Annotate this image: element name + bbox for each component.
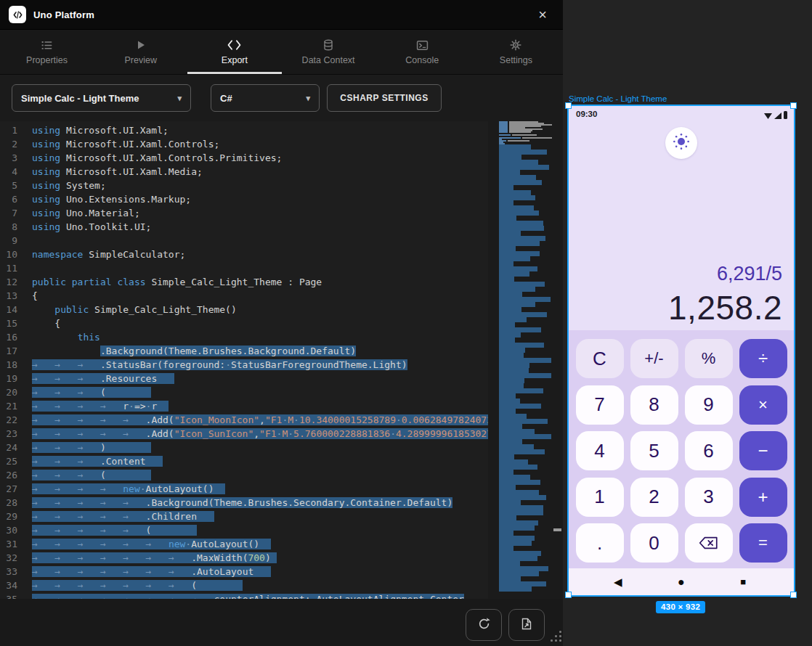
tab-settings[interactable]: Settings bbox=[469, 30, 563, 74]
refresh-icon bbox=[477, 617, 491, 634]
frame-label[interactable]: Simple Calc - Light Theme bbox=[569, 94, 667, 103]
tab-console[interactable]: Console bbox=[375, 30, 469, 74]
code-line: 27→ → → → new·AutoLayout() bbox=[0, 482, 488, 496]
tab-label: Preview bbox=[125, 55, 157, 65]
key-backspace[interactable] bbox=[685, 523, 733, 563]
line-number: 5 bbox=[0, 179, 32, 192]
code-line: 31→ → → → → → new·AutoLayout() bbox=[0, 537, 488, 551]
plugin-titlebar: Uno Platform × bbox=[0, 0, 563, 30]
key-one[interactable]: 1 bbox=[576, 478, 624, 517]
android-navbar: ◀ ● ■ bbox=[569, 568, 794, 595]
line-number: 30 bbox=[0, 523, 32, 537]
scrollbar-marker[interactable] bbox=[553, 528, 561, 531]
key-clear[interactable]: C bbox=[576, 339, 624, 378]
nav-back-icon[interactable]: ◀ bbox=[614, 576, 622, 589]
plugin-tabbar: PropertiesPreviewExportData ContextConso… bbox=[0, 30, 563, 75]
key-percent[interactable]: % bbox=[685, 339, 733, 378]
key-multiply[interactable]: × bbox=[739, 385, 787, 425]
code-line: 3using Microsoft.UI.Xaml.Controls.Primit… bbox=[0, 151, 488, 165]
line-number: 32 bbox=[0, 551, 32, 565]
line-number: 21 bbox=[0, 399, 32, 413]
key-two[interactable]: 2 bbox=[630, 478, 678, 517]
nav-home-icon[interactable]: ● bbox=[678, 576, 685, 589]
selection-handle-bottom-left[interactable] bbox=[565, 592, 572, 598]
key-zero[interactable]: 0 bbox=[630, 523, 678, 563]
code-line: 35→ → → → → → → → counterAlignment:·Auto… bbox=[0, 592, 488, 599]
key-divide[interactable]: ÷ bbox=[739, 339, 787, 378]
plugin-title: Uno Platform bbox=[33, 9, 94, 20]
line-number: 27 bbox=[0, 482, 32, 496]
resize-grip[interactable] bbox=[551, 631, 562, 642]
key-seven[interactable]: 7 bbox=[576, 385, 624, 425]
language-dropdown-value: C# bbox=[220, 93, 232, 104]
phone-statusbar: 09:30 bbox=[569, 106, 794, 123]
tab-preview[interactable]: Preview bbox=[94, 30, 187, 74]
code-line: 29→ → → → → .Children bbox=[0, 510, 488, 523]
code-line: 13{ bbox=[0, 289, 488, 303]
line-number: 17 bbox=[0, 344, 32, 358]
design-canvas[interactable]: Simple Calc - Light Theme 09:30 6,291/5 … bbox=[563, 0, 812, 646]
tab-properties[interactable]: Properties bbox=[0, 30, 94, 74]
frame-size-badge: 430 × 932 bbox=[656, 601, 705, 613]
code-line: 10namespace SimpleCalculator; bbox=[0, 248, 488, 261]
display-expression: 6,291/5 bbox=[668, 262, 782, 285]
line-number: 19 bbox=[0, 372, 32, 385]
export-icon bbox=[227, 38, 242, 52]
line-number: 24 bbox=[0, 441, 32, 454]
line-number: 15 bbox=[0, 316, 32, 330]
key-eight[interactable]: 8 bbox=[630, 385, 678, 425]
export-file-button[interactable] bbox=[508, 609, 545, 641]
code-line: 8using Uno.Toolkit.UI; bbox=[0, 220, 488, 234]
key-three[interactable]: 3 bbox=[685, 478, 733, 517]
close-icon[interactable]: × bbox=[534, 6, 551, 23]
uno-platform-plugin-window: Uno Platform × PropertiesPreviewExportDa… bbox=[0, 0, 563, 646]
selection-handle-top-right[interactable] bbox=[790, 102, 797, 109]
selection-handle-top-left[interactable] bbox=[565, 102, 572, 109]
display-result: 1,258.2 bbox=[668, 288, 782, 327]
key-subtract[interactable]: − bbox=[739, 431, 787, 470]
key-add[interactable]: + bbox=[739, 478, 787, 517]
sun-icon bbox=[672, 132, 691, 154]
export-toolbar: Simple Calc - Light Theme ▾ C# ▾ CSHARP … bbox=[0, 75, 563, 121]
plugin-footer bbox=[0, 599, 563, 646]
selection-handle-bottom-right[interactable] bbox=[790, 592, 797, 598]
csharp-settings-button[interactable]: CSHARP SETTINGS bbox=[327, 84, 442, 112]
code-line: 16 this bbox=[0, 330, 488, 344]
line-number: 35 bbox=[0, 592, 32, 599]
line-number: 3 bbox=[0, 151, 32, 165]
wifi-icon bbox=[764, 113, 772, 119]
key-six[interactable]: 6 bbox=[685, 431, 733, 470]
theme-dropdown[interactable]: Simple Calc - Light Theme ▾ bbox=[12, 84, 191, 112]
tab-export[interactable]: Export bbox=[187, 30, 281, 74]
editor-minimap[interactable] bbox=[496, 121, 552, 599]
line-number: 16 bbox=[0, 330, 32, 344]
tab-label: Properties bbox=[26, 55, 68, 65]
key-decimal[interactable]: . bbox=[576, 523, 624, 563]
phone-preview-frame[interactable]: 09:30 6,291/5 1,258.2 C+/-%÷789×456−123+… bbox=[569, 106, 794, 595]
code-line: 25→ → → .Content bbox=[0, 454, 488, 468]
theme-toggle-button[interactable] bbox=[665, 127, 697, 159]
code-line: 6using Uno.Extensions.Markup; bbox=[0, 192, 488, 206]
language-dropdown[interactable]: C# ▾ bbox=[211, 84, 320, 112]
key-four[interactable]: 4 bbox=[576, 431, 624, 470]
code-line: 11 bbox=[0, 261, 488, 275]
code-line: 22→ → → → → .Add("Icon_MoonIcon","F1·M·1… bbox=[0, 413, 488, 427]
nav-recents-icon[interactable]: ■ bbox=[740, 576, 746, 587]
key-equals[interactable]: = bbox=[739, 523, 787, 563]
code-line: 17 .Background(Theme.Brushes.Background.… bbox=[0, 344, 488, 358]
code-line: 21→ → → → r·=>·r bbox=[0, 399, 488, 413]
key-negate[interactable]: +/- bbox=[630, 339, 678, 378]
line-number: 1 bbox=[0, 123, 32, 137]
line-number: 34 bbox=[0, 578, 32, 592]
code-line: 12public partial class Simple_Calc_Light… bbox=[0, 275, 488, 289]
key-five[interactable]: 5 bbox=[630, 431, 678, 470]
line-number: 10 bbox=[0, 248, 32, 261]
refresh-button[interactable] bbox=[466, 609, 502, 641]
code-line: 2using Microsoft.UI.Xaml.Controls; bbox=[0, 137, 488, 151]
key-nine[interactable]: 9 bbox=[685, 385, 733, 425]
line-number: 6 bbox=[0, 192, 32, 206]
tab-data-context[interactable]: Data Context bbox=[282, 30, 375, 74]
line-number: 13 bbox=[0, 289, 32, 303]
code-editor[interactable]: 1using Microsoft.UI.Xaml;2using Microsof… bbox=[0, 121, 488, 599]
line-number: 11 bbox=[0, 261, 32, 275]
